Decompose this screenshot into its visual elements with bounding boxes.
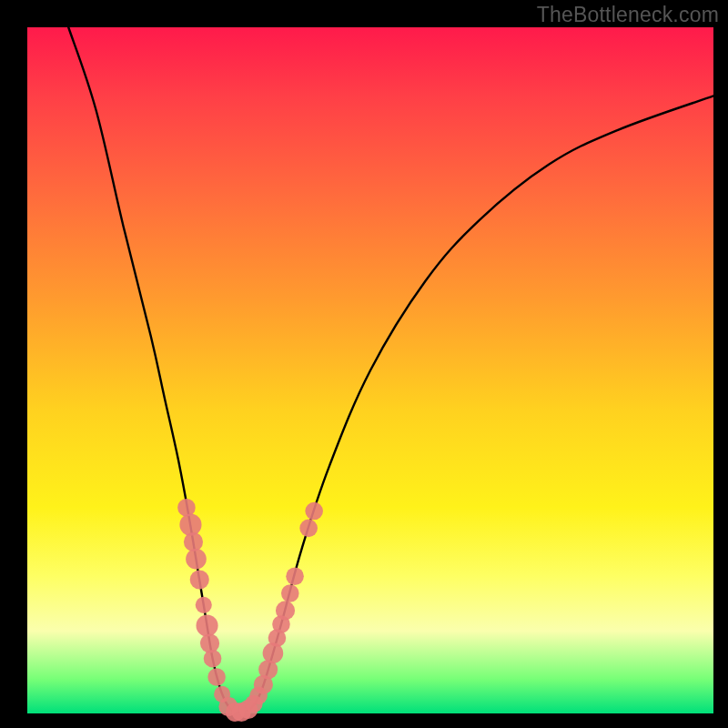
data-marker (196, 597, 212, 613)
data-marker (286, 567, 304, 585)
data-marker (196, 614, 217, 636)
plot-area (27, 27, 713, 713)
data-marker (177, 499, 196, 517)
data-marker (281, 584, 299, 602)
data-marker (204, 650, 222, 668)
data-marker (276, 601, 295, 620)
data-marker (305, 502, 323, 521)
data-marker (186, 549, 207, 570)
data-marker (179, 514, 201, 536)
chart-frame: TheBottleneck.com (0, 0, 728, 728)
watermark-text: TheBottleneck.com (537, 3, 719, 27)
data-marker (207, 668, 226, 686)
data-marker (190, 570, 209, 589)
bottleneck-curve-path (68, 27, 713, 713)
data-marker (299, 520, 318, 538)
data-marker (184, 532, 203, 551)
data-markers (177, 499, 323, 722)
bottleneck-chart-svg (27, 27, 713, 713)
